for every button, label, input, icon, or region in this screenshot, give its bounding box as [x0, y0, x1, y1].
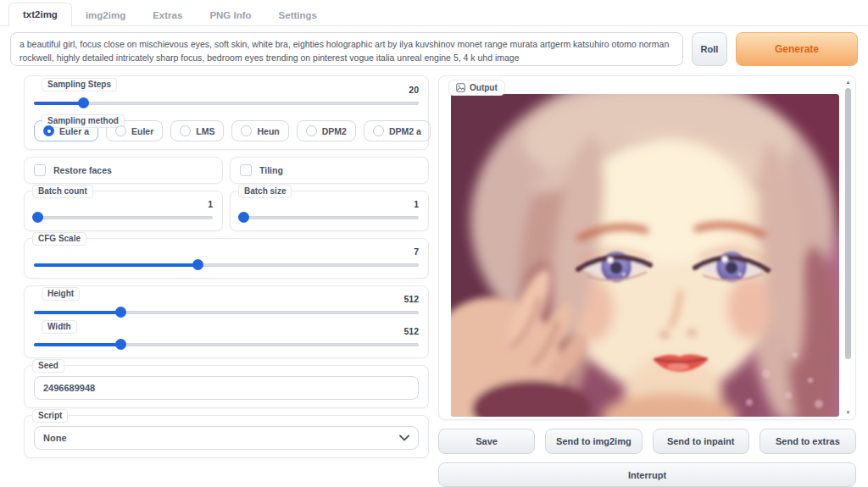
scrollbar-thumb[interactable]: [845, 88, 851, 359]
tab-png-info[interactable]: PNG Info: [196, 4, 264, 26]
save-button[interactable]: Save: [438, 429, 535, 454]
roll-button[interactable]: Roll: [692, 32, 727, 66]
sampling-steps-field: Sampling Steps 20: [34, 85, 419, 108]
scroll-up-icon[interactable]: ▲: [846, 79, 851, 86]
size-group: Height 512 Width 512: [24, 285, 429, 358]
seed-field: Seed: [24, 365, 429, 408]
radio-label: Heun: [257, 126, 279, 136]
radio-dot-icon: [115, 125, 126, 136]
batch-size-field: Batch size 1: [230, 191, 429, 231]
txt2img-app: txt2img img2img Extras PNG Info Settings…: [0, 0, 868, 487]
batch-size-value: 1: [240, 199, 419, 209]
radio-label: DPM2 a: [389, 126, 421, 136]
batch-count-label: Batch count: [32, 185, 93, 198]
seed-input[interactable]: [34, 376, 419, 400]
chevron-down-icon: [399, 434, 409, 441]
output-column: Output: [438, 75, 856, 487]
output-scrollbar[interactable]: ▲ ▼: [843, 79, 853, 417]
seed-label: Seed: [32, 359, 64, 373]
radio-dot-icon: [306, 125, 317, 136]
radio-dpm2-a[interactable]: DPM2 a: [364, 120, 431, 141]
width-value: 512: [34, 326, 419, 336]
batch-count-value: 1: [34, 199, 213, 209]
batch-size-label: Batch size: [238, 185, 292, 198]
slider-handle[interactable]: [115, 339, 126, 350]
output-panel: Output: [438, 75, 856, 420]
radio-dot-icon: [241, 125, 252, 136]
cfg-scale-field: CFG Scale 7: [24, 238, 429, 279]
radio-dot-icon: [373, 125, 384, 136]
prompt-input[interactable]: a beautiful girl, focus close on mischie…: [10, 32, 683, 66]
radio-lms[interactable]: LMS: [170, 120, 224, 141]
tab-settings[interactable]: Settings: [265, 4, 331, 26]
slider-handle[interactable]: [115, 307, 126, 318]
script-field: Script None: [24, 415, 429, 458]
height-slider[interactable]: [34, 307, 419, 318]
settings-column: Sampling Steps 20 Sampling method Euler …: [24, 75, 429, 487]
restore-faces-field: Restore faces: [24, 157, 223, 184]
send-to-extras-button[interactable]: Send to extras: [760, 429, 856, 454]
slider-handle[interactable]: [238, 212, 249, 223]
radio-label: DPM2: [322, 126, 347, 136]
sampling-method-field: Sampling method Euler a Euler LMS Heun D…: [34, 120, 419, 141]
radio-heun[interactable]: Heun: [231, 120, 288, 141]
batch-count-slider[interactable]: [34, 212, 213, 223]
radio-dot-icon: [180, 125, 191, 136]
width-label: Width: [42, 320, 77, 334]
radio-label: Euler: [131, 126, 153, 136]
interrupt-button[interactable]: Interrupt: [438, 462, 856, 487]
sampling-group: Sampling Steps 20 Sampling method Euler …: [24, 75, 429, 150]
output-label: Output: [470, 83, 498, 92]
output-actions: Save Send to img2img Send to inpaint Sen…: [438, 429, 856, 454]
height-field: Height 512: [34, 294, 419, 318]
sampling-steps-slider[interactable]: [34, 97, 419, 108]
tiling-label: Tiling: [259, 165, 283, 175]
tab-txt2img[interactable]: txt2img: [8, 3, 72, 26]
cfg-scale-slider[interactable]: [34, 259, 419, 270]
script-label: Script: [32, 409, 68, 423]
output-tag: Output: [448, 80, 505, 96]
tiling-checkbox[interactable]: [240, 164, 252, 176]
cfg-scale-value: 7: [34, 246, 419, 257]
cfg-scale-label: CFG Scale: [32, 232, 86, 246]
tab-extras[interactable]: Extras: [139, 4, 196, 26]
width-field: Width 512: [34, 326, 419, 350]
tiling-field: Tiling: [230, 157, 429, 184]
generate-button[interactable]: Generate: [736, 32, 858, 66]
scroll-down-icon[interactable]: ▼: [846, 409, 851, 417]
send-to-inpaint-button[interactable]: Send to inpaint: [653, 429, 749, 454]
generated-image: [451, 94, 839, 417]
restore-faces-checkbox[interactable]: [34, 164, 46, 176]
radio-label: LMS: [196, 126, 214, 136]
restore-faces-label: Restore faces: [53, 165, 112, 175]
script-select[interactable]: None: [34, 426, 419, 450]
script-selected-value: None: [43, 433, 67, 443]
top-tab-bar: txt2img img2img Extras PNG Info Settings: [0, 0, 868, 26]
slider-handle[interactable]: [192, 259, 203, 270]
slider-handle[interactable]: [32, 212, 43, 223]
batch-count-field: Batch count 1: [24, 191, 223, 231]
sampling-method-label: Sampling method: [42, 114, 125, 128]
prompt-row: a beautiful girl, focus close on mischie…: [0, 26, 868, 73]
width-slider[interactable]: [34, 339, 419, 350]
tab-img2img[interactable]: img2img: [72, 4, 139, 26]
sampling-steps-label: Sampling Steps: [42, 78, 117, 91]
height-label: Height: [42, 287, 80, 301]
batch-size-slider[interactable]: [240, 212, 419, 223]
image-icon: [456, 83, 465, 92]
send-to-img2img-button[interactable]: Send to img2img: [545, 429, 642, 454]
slider-handle[interactable]: [78, 97, 89, 108]
radio-dpm2[interactable]: DPM2: [297, 120, 356, 141]
height-value: 512: [34, 294, 419, 304]
radio-dot-icon: [43, 125, 54, 136]
